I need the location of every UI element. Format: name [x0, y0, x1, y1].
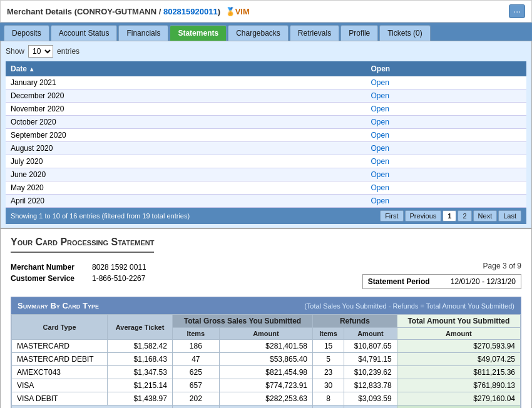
show-entries-bar: Show 10 25 50 entries	[6, 45, 526, 58]
table-row-date: January 2021	[6, 76, 366, 89]
summary-cell: 47	[172, 353, 219, 366]
summary-cell: $1,168.43	[108, 353, 173, 366]
table-row: August 2020Open	[6, 142, 526, 155]
open-link[interactable]: Open	[371, 78, 389, 87]
summary-cell: AMEXCT043	[12, 366, 108, 379]
pagination-buttons: First Previous 1 2 Next Last	[380, 210, 521, 222]
table-row: July 2020Open	[6, 155, 526, 168]
summary-cell: MASTERCARD DEBIT	[12, 353, 108, 366]
tab-account-status[interactable]: Account Status	[51, 25, 118, 41]
summary-table: Card Type Average Ticket Total Gross Sal…	[11, 314, 521, 408]
page-1-button[interactable]: 1	[442, 210, 456, 222]
show-label: Show	[6, 47, 24, 56]
summary-cell: 186	[172, 340, 219, 353]
summary-cell: 23	[313, 366, 344, 379]
header-bar: Merchant Details (CONROY-GUTMANN / 80281…	[0, 0, 532, 23]
tab-tickets[interactable]: Tickets (0)	[379, 25, 431, 41]
col-refund-items: Items	[313, 328, 344, 340]
open-link[interactable]: Open	[371, 157, 389, 166]
entries-label: entries	[57, 47, 79, 56]
tab-profile[interactable]: Profile	[340, 25, 378, 41]
col-header-open: Open	[366, 61, 526, 76]
summary-cell: $4,791.15	[344, 353, 397, 366]
table-row-open: Open	[366, 89, 526, 103]
summary-cell: $49,074.25	[397, 353, 520, 366]
statement-title: Your Card Processing Statement	[11, 237, 154, 253]
table-row-open: Open	[366, 116, 526, 129]
table-row: April 2020Open	[6, 195, 526, 208]
summary-cell: $10,239.62	[344, 366, 397, 379]
summary-row: VISA$1,215.14657$774,723.9130$12,833.78$…	[12, 379, 521, 392]
merchant-id-link[interactable]: 802815920011	[163, 7, 218, 16]
tab-financials[interactable]: Financials	[118, 25, 168, 41]
table-row-date: October 2020	[6, 116, 366, 129]
page-2-button[interactable]: 2	[458, 210, 471, 222]
summary-cell: $1,215.14	[108, 379, 173, 392]
statement-section: Your Card Processing Statement Merchant …	[1, 228, 531, 408]
group-total: Total Amount You Submitted	[397, 315, 520, 328]
summary-cell: $811,215.36	[397, 366, 520, 379]
col-total-amount: Amount	[397, 328, 520, 340]
summary-row: MASTERCARD$1,582.42186$281,401.5815$10,8…	[12, 340, 521, 353]
next-page-button[interactable]: Next	[473, 210, 498, 222]
period-label: Statement Period	[368, 277, 430, 286]
col-gross-items: Items	[172, 328, 219, 340]
col-refund-amount: Amount	[344, 328, 397, 340]
open-link[interactable]: Open	[371, 131, 389, 140]
summary-cell: $270,593.94	[397, 340, 520, 353]
open-link[interactable]: Open	[371, 183, 389, 192]
table-row: September 2020Open	[6, 129, 526, 142]
summary-cell: $761,890.13	[397, 379, 520, 392]
open-link[interactable]: Open	[371, 196, 389, 205]
table-row-date: April 2020	[6, 195, 366, 208]
table-row-date: August 2020	[6, 142, 366, 155]
previous-page-button[interactable]: Previous	[405, 210, 442, 222]
summary-cell: $279,160.04	[397, 392, 520, 405]
merchant-title-text: Merchant Details (CONROY-GUTMANN /	[7, 7, 163, 16]
table-row: January 2021Open	[6, 76, 526, 89]
entries-select[interactable]: 10 25 50	[28, 45, 53, 58]
vim-badge: 🏅VIM	[225, 7, 250, 16]
page-info: Page 3 of 9	[362, 262, 521, 270]
table-row: December 2020Open	[6, 89, 526, 103]
open-link[interactable]: Open	[371, 105, 389, 113]
table-row-date: September 2020	[6, 129, 366, 142]
meta-left: Merchant Number 8028 1592 0011 Customer …	[11, 262, 151, 289]
summary-cell: 657	[172, 379, 219, 392]
summary-row: MASTERCARD DEBIT$1,168.4347$53,865.405$4…	[12, 353, 521, 366]
table-row-open: Open	[366, 181, 526, 195]
summary-cell: $12,833.78	[344, 379, 397, 392]
summary-total-row: Total1,717$2,213,699.5181$41,765.79$2,17…	[12, 405, 521, 409]
summary-cell: $281,401.58	[219, 340, 312, 353]
pagination-bar: Showing 1 to 10 of 16 entries (filtered …	[6, 208, 526, 224]
summary-title: Summary By Card Type	[18, 301, 99, 310]
summary-cell: 5	[313, 353, 344, 366]
table-row: November 2020Open	[6, 103, 526, 116]
tab-retrievals[interactable]: Retrievals	[290, 25, 339, 41]
last-page-button[interactable]: Last	[498, 210, 521, 222]
tab-chargebacks[interactable]: Chargebacks	[228, 25, 289, 41]
table-row-open: Open	[366, 168, 526, 181]
table-row-open: Open	[366, 129, 526, 142]
summary-cell: 30	[313, 379, 344, 392]
summary-cell: VISA DEBIT	[12, 392, 108, 405]
summary-cell: VISA	[12, 379, 108, 392]
total-cell: $2,171,933.72	[397, 405, 520, 409]
summary-cell: MASTERCARD	[12, 340, 108, 353]
tab-statements[interactable]: Statements	[170, 25, 227, 41]
open-link[interactable]: Open	[371, 144, 389, 153]
col-header-date[interactable]: Date	[6, 61, 366, 76]
header-menu-button[interactable]: ···	[509, 4, 525, 18]
summary-section: Summary By Card Type (Total Sales You Su…	[11, 297, 521, 408]
tab-deposits[interactable]: Deposits	[4, 25, 49, 41]
total-cell: 1,717	[172, 405, 219, 409]
total-cell: 81	[313, 405, 344, 409]
summary-cell: 15	[313, 340, 344, 353]
open-link[interactable]: Open	[371, 170, 389, 179]
open-link[interactable]: Open	[371, 118, 389, 126]
main-content: Show 10 25 50 entries Date Open January …	[0, 41, 532, 408]
open-link[interactable]: Open	[371, 91, 389, 100]
summary-cell: $3,093.59	[344, 392, 397, 405]
col-gross-amount: Amount	[219, 328, 312, 340]
first-page-button[interactable]: First	[380, 210, 403, 222]
